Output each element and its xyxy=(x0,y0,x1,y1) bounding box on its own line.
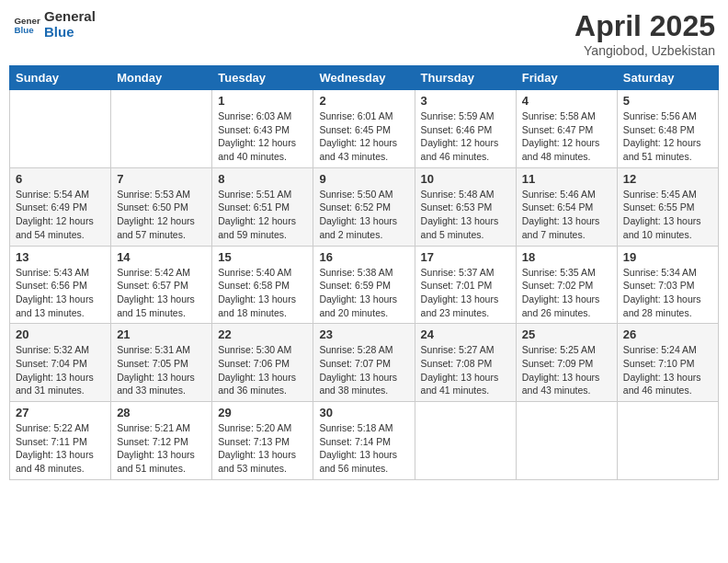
calendar-cell: 15 Sunrise: 5:40 AMSunset: 6:58 PMDaylig… xyxy=(212,246,313,324)
calendar-cell: 20 Sunrise: 5:32 AMSunset: 7:04 PMDaylig… xyxy=(10,324,111,402)
calendar-week-3: 13 Sunrise: 5:43 AMSunset: 6:56 PMDaylig… xyxy=(10,246,719,324)
day-number: 6 xyxy=(16,172,105,186)
day-number: 8 xyxy=(218,172,307,186)
day-detail: Sunrise: 5:24 AMSunset: 7:10 PMDaylight:… xyxy=(623,343,712,397)
calendar-cell: 19 Sunrise: 5:34 AMSunset: 7:03 PMDaylig… xyxy=(617,246,718,324)
header-friday: Friday xyxy=(516,66,617,90)
day-number: 4 xyxy=(522,94,611,108)
day-number: 22 xyxy=(218,327,307,341)
day-number: 23 xyxy=(319,327,408,341)
day-number: 15 xyxy=(218,250,307,264)
day-number: 18 xyxy=(522,250,611,264)
day-number: 20 xyxy=(16,327,105,341)
day-detail: Sunrise: 5:43 AMSunset: 6:56 PMDaylight:… xyxy=(16,266,105,320)
logo-text-line2: Blue xyxy=(44,25,96,40)
day-detail: Sunrise: 5:40 AMSunset: 6:58 PMDaylight:… xyxy=(218,266,307,320)
calendar-cell: 18 Sunrise: 5:35 AMSunset: 7:02 PMDaylig… xyxy=(516,246,617,324)
calendar-cell: 21 Sunrise: 5:31 AMSunset: 7:05 PMDaylig… xyxy=(111,324,212,402)
calendar-cell xyxy=(111,90,212,168)
day-detail: Sunrise: 5:22 AMSunset: 7:11 PMDaylight:… xyxy=(16,421,105,476)
logo-icon: General Blue xyxy=(13,11,40,39)
calendar-cell: 7 Sunrise: 5:53 AMSunset: 6:50 PMDayligh… xyxy=(111,167,212,246)
day-detail: Sunrise: 5:37 AMSunset: 7:01 PMDaylight:… xyxy=(421,266,510,320)
calendar-cell: 14 Sunrise: 5:42 AMSunset: 6:57 PMDaylig… xyxy=(111,246,212,324)
day-detail: Sunrise: 5:53 AMSunset: 6:50 PMDaylight:… xyxy=(117,188,206,242)
day-detail: Sunrise: 5:45 AMSunset: 6:55 PMDaylight:… xyxy=(623,188,712,242)
month-title: April 2025 xyxy=(574,9,715,43)
day-number: 7 xyxy=(117,172,206,186)
day-detail: Sunrise: 5:32 AMSunset: 7:04 PMDaylight:… xyxy=(16,343,105,397)
page-header: General Blue General Blue April 2025 Yan… xyxy=(9,9,719,58)
calendar-cell: 22 Sunrise: 5:30 AMSunset: 7:06 PMDaylig… xyxy=(212,324,313,402)
calendar-cell xyxy=(516,402,617,480)
calendar-week-2: 6 Sunrise: 5:54 AMSunset: 6:49 PMDayligh… xyxy=(10,167,719,246)
day-detail: Sunrise: 5:42 AMSunset: 6:57 PMDaylight:… xyxy=(117,266,206,320)
day-number: 17 xyxy=(421,250,510,264)
calendar-cell: 28 Sunrise: 5:21 AMSunset: 7:12 PMDaylig… xyxy=(111,402,212,480)
day-number: 3 xyxy=(421,94,510,108)
header-saturday: Saturday xyxy=(617,66,718,90)
day-detail: Sunrise: 5:18 AMSunset: 7:14 PMDaylight:… xyxy=(319,421,408,476)
calendar-week-5: 27 Sunrise: 5:22 AMSunset: 7:11 PMDaylig… xyxy=(10,402,719,480)
logo: General Blue General Blue xyxy=(13,9,96,40)
day-detail: Sunrise: 5:46 AMSunset: 6:54 PMDaylight:… xyxy=(522,188,611,242)
calendar-cell: 16 Sunrise: 5:38 AMSunset: 6:59 PMDaylig… xyxy=(313,246,415,324)
day-number: 16 xyxy=(319,250,408,264)
day-detail: Sunrise: 5:34 AMSunset: 7:03 PMDaylight:… xyxy=(623,266,712,320)
day-detail: Sunrise: 6:03 AMSunset: 6:43 PMDaylight:… xyxy=(218,109,307,164)
calendar-cell: 1 Sunrise: 6:03 AMSunset: 6:43 PMDayligh… xyxy=(212,90,313,168)
day-detail: Sunrise: 5:25 AMSunset: 7:09 PMDaylight:… xyxy=(522,343,611,397)
day-number: 25 xyxy=(522,327,611,341)
day-detail: Sunrise: 5:21 AMSunset: 7:12 PMDaylight:… xyxy=(117,421,206,476)
calendar-cell: 3 Sunrise: 5:59 AMSunset: 6:46 PMDayligh… xyxy=(415,90,516,168)
calendar-cell: 2 Sunrise: 6:01 AMSunset: 6:45 PMDayligh… xyxy=(313,90,415,168)
day-detail: Sunrise: 5:58 AMSunset: 6:47 PMDaylight:… xyxy=(522,109,611,164)
calendar-cell: 26 Sunrise: 5:24 AMSunset: 7:10 PMDaylig… xyxy=(617,324,718,402)
calendar-cell: 6 Sunrise: 5:54 AMSunset: 6:49 PMDayligh… xyxy=(10,167,111,246)
calendar-cell: 25 Sunrise: 5:25 AMSunset: 7:09 PMDaylig… xyxy=(516,324,617,402)
day-number: 29 xyxy=(218,406,307,419)
day-detail: Sunrise: 5:31 AMSunset: 7:05 PMDaylight:… xyxy=(117,343,206,397)
day-detail: Sunrise: 5:38 AMSunset: 6:59 PMDaylight:… xyxy=(319,266,408,320)
logo-text-line1: General xyxy=(44,9,96,25)
day-number: 26 xyxy=(623,327,712,341)
calendar-cell: 11 Sunrise: 5:46 AMSunset: 6:54 PMDaylig… xyxy=(516,167,617,246)
day-detail: Sunrise: 5:27 AMSunset: 7:08 PMDaylight:… xyxy=(421,343,510,397)
calendar-header-row: Sunday Monday Tuesday Wednesday Thursday… xyxy=(10,66,719,90)
header-thursday: Thursday xyxy=(415,66,516,90)
calendar-cell: 9 Sunrise: 5:50 AMSunset: 6:52 PMDayligh… xyxy=(313,167,415,246)
day-number: 11 xyxy=(522,172,611,186)
header-monday: Monday xyxy=(111,66,212,90)
calendar-cell: 17 Sunrise: 5:37 AMSunset: 7:01 PMDaylig… xyxy=(415,246,516,324)
day-number: 2 xyxy=(319,94,408,108)
day-detail: Sunrise: 5:30 AMSunset: 7:06 PMDaylight:… xyxy=(218,343,307,397)
calendar-cell xyxy=(617,402,718,480)
day-number: 9 xyxy=(319,172,408,186)
day-number: 5 xyxy=(623,94,712,108)
subtitle: Yangiobod, Uzbekistan xyxy=(574,43,715,58)
day-number: 30 xyxy=(319,406,408,419)
day-number: 27 xyxy=(16,406,105,419)
day-detail: Sunrise: 5:48 AMSunset: 6:53 PMDaylight:… xyxy=(421,188,510,242)
day-detail: Sunrise: 6:01 AMSunset: 6:45 PMDaylight:… xyxy=(319,109,408,164)
calendar-table: Sunday Monday Tuesday Wednesday Thursday… xyxy=(9,65,719,480)
header-wednesday: Wednesday xyxy=(313,66,415,90)
day-number: 19 xyxy=(623,250,712,264)
day-detail: Sunrise: 5:54 AMSunset: 6:49 PMDaylight:… xyxy=(16,188,105,242)
header-tuesday: Tuesday xyxy=(212,66,313,90)
calendar-cell: 30 Sunrise: 5:18 AMSunset: 7:14 PMDaylig… xyxy=(313,402,415,480)
calendar-cell: 24 Sunrise: 5:27 AMSunset: 7:08 PMDaylig… xyxy=(415,324,516,402)
calendar-cell: 5 Sunrise: 5:56 AMSunset: 6:48 PMDayligh… xyxy=(617,90,718,168)
calendar-cell: 27 Sunrise: 5:22 AMSunset: 7:11 PMDaylig… xyxy=(10,402,111,480)
calendar-week-1: 1 Sunrise: 6:03 AMSunset: 6:43 PMDayligh… xyxy=(10,90,719,168)
day-number: 14 xyxy=(117,250,206,264)
day-number: 21 xyxy=(117,327,206,341)
calendar-cell: 29 Sunrise: 5:20 AMSunset: 7:13 PMDaylig… xyxy=(212,402,313,480)
day-detail: Sunrise: 5:59 AMSunset: 6:46 PMDaylight:… xyxy=(421,109,510,164)
day-detail: Sunrise: 5:56 AMSunset: 6:48 PMDaylight:… xyxy=(623,109,712,164)
calendar-cell xyxy=(415,402,516,480)
header-sunday: Sunday xyxy=(10,66,111,90)
day-number: 12 xyxy=(623,172,712,186)
calendar-cell xyxy=(10,90,111,168)
day-detail: Sunrise: 5:35 AMSunset: 7:02 PMDaylight:… xyxy=(522,266,611,320)
